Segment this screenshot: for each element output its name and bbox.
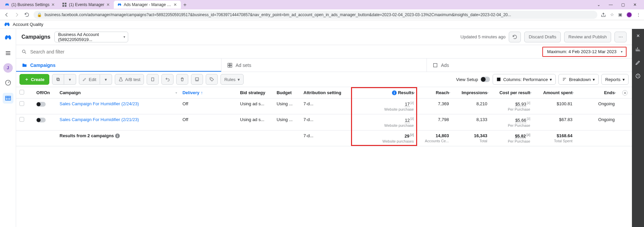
browser-tab-active[interactable]: Ads Manager - Manage ads - Ca ✕: [114, 1, 181, 9]
spent-cell: $168.64Total Spent: [534, 130, 576, 146]
chart-icon[interactable]: [634, 45, 642, 53]
updated-label: Updated 5 minutes ago: [460, 34, 505, 39]
info-icon[interactable]: i: [115, 134, 120, 138]
create-button[interactable]: ＋Create: [19, 74, 49, 85]
more-button[interactable]: ⋯: [614, 32, 627, 42]
col-delivery[interactable]: Delivery ↑: [179, 87, 237, 99]
edit-button[interactable]: Edit: [79, 74, 100, 85]
col-onoff[interactable]: Off/On: [33, 87, 56, 99]
close-panel-icon[interactable]: ✕: [634, 32, 642, 40]
table-icon[interactable]: [3, 93, 13, 104]
cpr-cell: $5.66[2]Per Purchase: [491, 114, 534, 130]
tab-adsets[interactable]: Ad sets: [221, 59, 427, 72]
row-toggle[interactable]: [36, 118, 46, 122]
tab-label: Ad sets: [236, 63, 251, 68]
col-results[interactable]: iResults: [351, 87, 417, 99]
account-select[interactable]: Business Ad Account (589220505919...: [54, 32, 128, 42]
row-checkbox[interactable]: [19, 101, 24, 106]
impressions-cell: 8,210: [452, 99, 491, 114]
close-icon[interactable]: ✕: [106, 2, 110, 7]
col-bid[interactable]: Bid strategy: [237, 87, 273, 99]
table-row[interactable]: Sales Campaign For Humidifier (2/24/23) …: [16, 99, 632, 114]
search-input[interactable]: [30, 49, 539, 54]
row-toggle[interactable]: [36, 102, 46, 107]
close-window-icon[interactable]: ✕: [632, 2, 638, 7]
row-checkbox[interactable]: [19, 117, 24, 122]
duplicate-button[interactable]: [52, 74, 64, 85]
star-icon[interactable]: ☆: [610, 12, 614, 17]
columns-select[interactable]: Columns: Performance ▾: [493, 74, 556, 85]
col-reach[interactable]: Reach: [417, 87, 452, 99]
close-icon[interactable]: ✕: [51, 2, 55, 7]
sub-bar: Account Quality: [0, 20, 644, 29]
reports-select[interactable]: Reports ▾: [601, 74, 629, 85]
select-all-checkbox[interactable]: [19, 90, 24, 94]
edit-icon[interactable]: [634, 59, 642, 67]
browser-tab[interactable]: (1) Events Manager ✕: [59, 1, 113, 9]
add-column-button[interactable]: +: [622, 90, 628, 96]
back-button[interactable]: [3, 11, 10, 18]
forward-button[interactable]: [13, 11, 20, 18]
svg-rect-0: [62, 3, 64, 4]
spent-cell: $100.81: [534, 99, 576, 114]
chevron-down-icon[interactable]: ⌄: [596, 2, 602, 7]
meta-logo-icon[interactable]: [3, 32, 13, 43]
url-text: business.facebook.com/adsmanager/manage/…: [45, 12, 511, 17]
col-budget[interactable]: Budget: [273, 87, 300, 99]
search-row: Maximum: 4 Feb 2023-12 Mar 2023: [16, 45, 632, 59]
profile-icon[interactable]: [626, 12, 632, 18]
attr-cell: 7-d...: [300, 99, 351, 114]
tab-ads[interactable]: Ads: [427, 59, 632, 72]
campaign-link[interactable]: Sales Campaign For Humidifier (2/24/23): [60, 101, 139, 106]
view-setup-toggle[interactable]: View Setup: [456, 77, 490, 82]
svg-rect-10: [230, 65, 232, 67]
campaign-link[interactable]: Sales Campaign For Humidifier (2/21/23): [60, 117, 139, 122]
col-ends[interactable]: Ends: [576, 87, 618, 99]
new-tab-button[interactable]: ＋: [181, 1, 189, 9]
account-quality-link[interactable]: Account Quality: [13, 22, 43, 27]
close-icon[interactable]: ✕: [174, 2, 178, 7]
edit-group: Edit ▾: [79, 74, 112, 85]
col-campaign[interactable]: Campaign: [56, 87, 179, 99]
avatar[interactable]: J: [3, 63, 13, 73]
export-button[interactable]: [191, 74, 203, 85]
tab-campaigns[interactable]: Campaigns: [16, 59, 221, 72]
discard-drafts-button[interactable]: Discard Drafts: [524, 32, 560, 42]
col-attr[interactable]: Attribution setting: [300, 87, 351, 99]
copy-button[interactable]: [147, 74, 159, 85]
maximize-icon[interactable]: ▢: [620, 2, 626, 7]
tag-button[interactable]: [206, 74, 218, 85]
breakdown-select[interactable]: Breakdown ▾: [558, 74, 599, 85]
col-impressions[interactable]: Impressions: [452, 87, 491, 99]
edit-chevron[interactable]: ▾: [100, 74, 112, 85]
meta-icon: [4, 22, 10, 28]
share-icon[interactable]: [601, 12, 606, 17]
delete-button[interactable]: [176, 74, 188, 85]
url-box[interactable]: 🔒 business.facebook.com/adsmanager/manag…: [34, 11, 597, 19]
reload-button[interactable]: [23, 11, 30, 18]
gauge-icon[interactable]: [3, 77, 13, 88]
kebab-icon[interactable]: ⋮: [636, 12, 641, 17]
table-row[interactable]: Sales Campaign For Humidifier (2/21/23) …: [16, 114, 632, 130]
panel-icon[interactable]: ▣: [618, 12, 622, 17]
results-cell: 29[2]Website purchases: [351, 130, 417, 146]
col-spent[interactable]: Amount spent: [534, 87, 576, 99]
tab-label: Ads: [441, 63, 449, 68]
date-range-picker[interactable]: Maximum: 4 Feb 2023-12 Mar 2023: [542, 47, 627, 57]
undo-button[interactable]: [161, 74, 174, 85]
col-cpr[interactable]: Cost per result: [491, 87, 534, 99]
review-publish-button[interactable]: Review and Publish: [564, 32, 611, 42]
minimize-icon[interactable]: —: [608, 2, 614, 7]
rules-button[interactable]: Rules ▾: [220, 74, 243, 85]
duplicate-chevron[interactable]: ▾: [64, 74, 76, 85]
abtest-button[interactable]: A/B test: [115, 74, 144, 85]
refresh-button[interactable]: [509, 32, 521, 42]
search-icon: [21, 49, 27, 54]
level-tabs: Campaigns Ad sets Ads: [16, 59, 632, 72]
browser-tab[interactable]: (1) Business Settings ✕: [1, 1, 59, 9]
address-bar: 🔒 business.facebook.com/adsmanager/manag…: [0, 9, 644, 20]
history-icon[interactable]: [634, 72, 642, 80]
menu-icon[interactable]: [3, 48, 13, 59]
plus-icon: ＋: [24, 76, 29, 82]
svg-rect-11: [434, 63, 437, 67]
